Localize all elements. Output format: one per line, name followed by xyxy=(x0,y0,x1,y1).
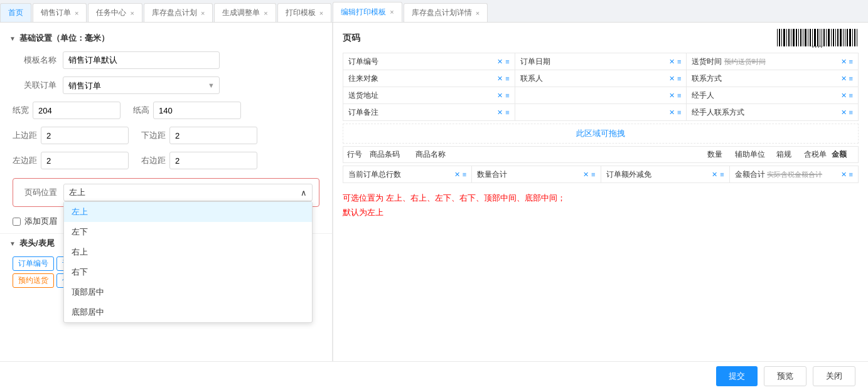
field-shipping-address-eq[interactable]: ≡ xyxy=(505,92,509,99)
preview-button[interactable]: 预览 xyxy=(764,366,806,386)
tag-order-no[interactable]: 订单编号 xyxy=(13,256,54,271)
field-order-remark: 订单备注 ✕ ≡ xyxy=(343,104,515,120)
field-contact-method-eq[interactable]: ≡ xyxy=(849,75,853,82)
col-hang-label: 行号 xyxy=(347,149,365,160)
tab-inventory-plan[interactable]: 库存盘点计划 × xyxy=(144,3,213,22)
tab-edit-print-template[interactable]: 编辑打印模板 × xyxy=(333,2,402,22)
bottom-margin-input[interactable] xyxy=(169,127,257,144)
section1-header[interactable]: ▼ 基础设置（单位：毫米） xyxy=(0,29,332,48)
option-bottom-left[interactable]: 左下 xyxy=(64,222,312,242)
svg-rect-2 xyxy=(781,29,782,46)
field-delivery-time-x[interactable]: ✕ xyxy=(841,58,847,66)
svg-rect-1 xyxy=(779,29,780,46)
field-order-remark-label: 订单备注 xyxy=(348,107,378,118)
submit-button[interactable]: 提交 xyxy=(716,366,758,386)
add-page-header-label: 添加页眉 xyxy=(24,216,57,227)
field-handler-contact-eq[interactable]: ≡ xyxy=(849,108,853,116)
footer-qty-total-actions: ✕ ≡ xyxy=(583,171,595,179)
template-name-input[interactable] xyxy=(63,51,220,69)
field-order-date-x[interactable]: ✕ xyxy=(669,58,675,66)
svg-rect-10 xyxy=(800,29,801,46)
tab-close-edit-print-template[interactable]: × xyxy=(390,8,394,16)
related-order-select[interactable]: 销售订单 xyxy=(63,76,220,94)
field-grid: 订单编号 ✕ ≡ 订单日期 ✕ ≡ 送货时间 预约送货时间 xyxy=(343,53,859,121)
tab-close-generate-adjustment[interactable]: × xyxy=(264,9,267,17)
option-top-right[interactable]: 右上 xyxy=(64,242,312,262)
tab-close-inventory-detail[interactable]: × xyxy=(476,9,480,17)
field-order-no-eq[interactable]: ≡ xyxy=(505,58,509,65)
tab-home[interactable]: 首页 xyxy=(0,3,31,22)
field-order-date-eq[interactable]: ≡ xyxy=(677,58,681,65)
tab-close-task-center[interactable]: × xyxy=(130,9,134,17)
footer-qty-total-eq[interactable]: ≡ xyxy=(591,171,595,178)
right-margin-input[interactable] xyxy=(169,152,257,169)
right-margin-group: 右边距 xyxy=(141,152,257,169)
tab-sales-order[interactable]: 销售订单 × xyxy=(33,3,87,22)
footer-amount-total-x[interactable]: ✕ xyxy=(841,171,847,179)
field-order-remark-eq[interactable]: ≡ xyxy=(505,108,509,116)
tab-inventory-detail[interactable]: 库存盘点计划详情 × xyxy=(404,3,488,22)
option-bottom-right[interactable]: 右下 xyxy=(64,262,312,282)
paper-height-input[interactable] xyxy=(153,102,241,119)
drag-area[interactable]: 此区域可拖拽 xyxy=(343,124,859,144)
related-order-row: 关联订单 销售订单 ▼ xyxy=(0,73,332,98)
option-top-left[interactable]: 左上 xyxy=(64,202,312,222)
tab-generate-adjustment[interactable]: 生成调整单 × xyxy=(214,3,276,22)
footer-current-rows-eq[interactable]: ≡ xyxy=(463,171,466,178)
svg-rect-26 xyxy=(837,29,839,46)
field-order-remark-x[interactable]: ✕ xyxy=(497,108,503,117)
tab-close-inventory-plan[interactable]: × xyxy=(201,9,205,17)
field-empty-3b-actions: ✕ ≡ xyxy=(669,92,681,100)
paper-width-input[interactable] xyxy=(33,102,121,119)
field-handler-contact-x[interactable]: ✕ xyxy=(841,108,847,117)
field-contact-method-x[interactable]: ✕ xyxy=(841,75,847,83)
footer-order-discount-x[interactable]: ✕ xyxy=(712,171,717,179)
tab-close-sales-order[interactable]: × xyxy=(75,9,78,17)
close-button[interactable]: 关闭 xyxy=(813,366,855,386)
top-margin-input[interactable] xyxy=(41,127,129,144)
page-position-trigger[interactable]: 左上 ∧ xyxy=(63,184,313,201)
field-partner-eq[interactable]: ≡ xyxy=(505,75,509,82)
hint-line-1: 可选位置为 左上、右上、左下、右下、顶部中间、底部中间； xyxy=(343,191,859,205)
left-margin-group: 左边距 xyxy=(13,152,129,169)
option-bottom-center[interactable]: 底部居中 xyxy=(64,302,312,322)
field-order-no-label: 订单编号 xyxy=(348,56,378,67)
field-handler-x[interactable]: ✕ xyxy=(841,92,847,100)
field-contact-method: 联系方式 ✕ ≡ xyxy=(687,70,858,87)
field-delivery-time-eq[interactable]: ≡ xyxy=(849,58,853,65)
footer-qty-total-label: 数量合计 xyxy=(477,169,507,180)
field-shipping-address-x[interactable]: ✕ xyxy=(497,92,503,100)
barcode-area: // Generate barcode-like pattern inline xyxy=(777,29,859,48)
left-panel: ▼ 基础设置（单位：毫米） 模板名称 关联订单 销售订单 ▼ 纸宽 xyxy=(0,23,333,361)
tab-close-print-template[interactable]: × xyxy=(319,9,323,17)
field-partner-x[interactable]: ✕ xyxy=(497,75,503,83)
page-position-label: 页码位置 xyxy=(19,187,57,198)
field-order-date: 订单日期 ✕ ≡ xyxy=(515,53,687,70)
option-top-center[interactable]: 顶部居中 xyxy=(64,282,312,302)
field-shipping-address-label: 送货地址 xyxy=(348,90,378,101)
dropdown-arrow-icon: ∧ xyxy=(301,188,307,198)
add-page-header-checkbox[interactable] xyxy=(13,218,21,226)
tab-print-template[interactable]: 打印模板 × xyxy=(277,3,331,22)
field-empty-3b-x[interactable]: ✕ xyxy=(669,92,675,100)
field-handler-eq[interactable]: ≡ xyxy=(849,92,853,99)
field-contact-x[interactable]: ✕ xyxy=(669,75,675,83)
field-empty-4b-eq[interactable]: ≡ xyxy=(677,108,681,116)
field-contact-eq[interactable]: ≡ xyxy=(677,75,681,82)
footer-current-rows-x[interactable]: ✕ xyxy=(454,171,460,179)
footer-amount-total-eq[interactable]: ≡ xyxy=(849,171,853,178)
left-margin-input[interactable] xyxy=(41,152,129,169)
page-position-dropdown: 左上 左下 右上 右下 顶部居中 底部居中 xyxy=(63,201,313,323)
footer-qty-total-x[interactable]: ✕ xyxy=(583,171,589,179)
field-order-no-x[interactable]: ✕ xyxy=(497,58,503,66)
left-margin-label: 左边距 xyxy=(13,155,37,166)
bottom-bar: 提交 预览 关闭 xyxy=(0,361,868,390)
field-empty-3b: ✕ ≡ xyxy=(515,87,687,103)
col-box-label: 箱规 xyxy=(776,149,799,160)
field-empty-4b-x[interactable]: ✕ xyxy=(669,108,675,117)
barcode-svg: // Generate barcode-like pattern inline xyxy=(777,29,859,48)
tag-scheduled-shipping[interactable]: 预约送货 xyxy=(13,273,54,288)
field-empty-3b-eq[interactable]: ≡ xyxy=(677,92,681,99)
tab-task-center[interactable]: 任务中心 × xyxy=(88,3,142,22)
footer-order-discount-eq[interactable]: ≡ xyxy=(720,171,724,178)
